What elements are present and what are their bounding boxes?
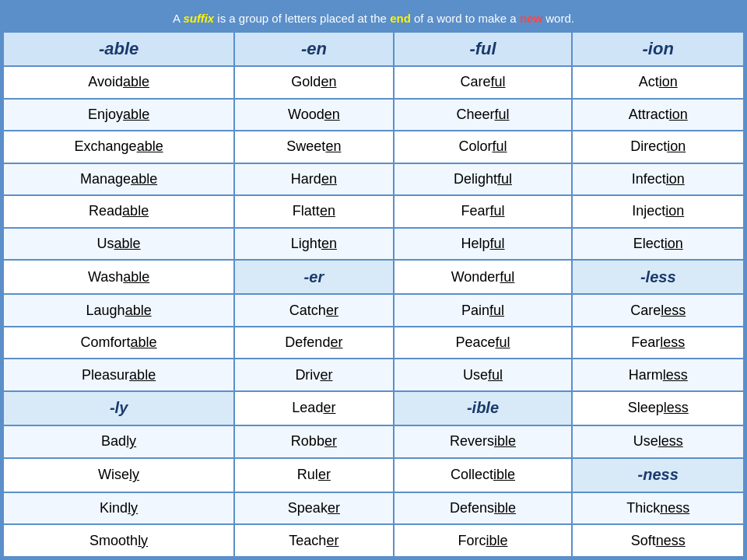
header-subtitle: A suffix is a group of letters placed at… [173, 12, 574, 25]
word-cell: Election [572, 228, 744, 261]
col-ful: -ful [394, 32, 573, 66]
word-cell: Thickness [572, 492, 744, 525]
word-cell: Colorful [394, 131, 573, 163]
word-cell: Careless [572, 294, 744, 327]
word-cell: -ness [572, 458, 744, 492]
word-cell: Attraction [572, 99, 744, 131]
word-cell: Pleasurable [3, 359, 234, 391]
word-cell: Catcher [234, 294, 393, 327]
word-cell: Readable [3, 195, 234, 228]
word-cell: Robber [234, 425, 393, 458]
word-cell: Wisely [3, 458, 234, 492]
word-cell: Defender [234, 327, 393, 359]
word-cell: Speaker [234, 492, 393, 525]
table-row: UsableLightenHelpfulElection [3, 228, 744, 261]
table-row: BadlyRobberReversibleUseless [3, 425, 744, 458]
word-cell: Enjoyable [3, 99, 234, 131]
suffix-table: -able -en -ful -ion AvoidableGoldenCaref… [2, 31, 745, 558]
word-cell: Helpful [394, 228, 573, 261]
word-cell: Cheerful [394, 99, 573, 131]
table-row: Washable-erWonderful-less [3, 260, 744, 294]
word-cell: Usable [3, 228, 234, 261]
word-cell: Reversible [394, 425, 573, 458]
word-cell: Collectible [394, 458, 573, 492]
word-cell: -less [572, 260, 744, 294]
table-row: LaughableCatcherPainfulCareless [3, 294, 744, 327]
word-cell: Wooden [234, 99, 393, 131]
word-cell: Sleepless [572, 391, 744, 425]
word-cell: Delightful [394, 163, 573, 196]
word-cell: Careful [394, 66, 573, 99]
word-cell: Leader [234, 391, 393, 425]
word-cell: Painful [394, 294, 573, 327]
word-cell: Exchangeable [3, 131, 234, 163]
word-cell: Direction [572, 131, 744, 163]
word-cell: Injection [572, 195, 744, 228]
table-row: -lyLeader-ibleSleepless [3, 391, 744, 425]
word-cell: Defensible [394, 492, 573, 525]
word-cell: Lighten [234, 228, 393, 261]
word-cell: Kindly [3, 492, 234, 525]
table-row: EnjoyableWoodenCheerfulAttraction [3, 99, 744, 131]
word-cell: Softness [572, 524, 744, 557]
table-row: ManageableHardenDelightfulInfection [3, 163, 744, 196]
table-row: ExchangeableSweetenColorfulDirection [3, 131, 744, 163]
word-cell: Golden [234, 66, 393, 99]
word-cell: Harmless [572, 359, 744, 391]
table-row: AvoidableGoldenCarefulAction [3, 66, 744, 99]
col-able: -able [3, 32, 234, 66]
word-cell: Manageable [3, 163, 234, 196]
word-cell: Useless [572, 425, 744, 458]
word-cell: Fearful [394, 195, 573, 228]
word-cell: Avoidable [3, 66, 234, 99]
word-cell: Infection [572, 163, 744, 196]
word-cell: Ruler [234, 458, 393, 492]
word-cell: Driver [234, 359, 393, 391]
table-header-row: -able -en -ful -ion [3, 32, 744, 66]
word-cell: Useful [394, 359, 573, 391]
table-row: WiselyRulerCollectible-ness [3, 458, 744, 492]
table-row: PleasurableDriverUsefulHarmless [3, 359, 744, 391]
table-container: -able -en -ful -ion AvoidableGoldenCaref… [2, 31, 745, 558]
word-cell: Washable [3, 260, 234, 294]
word-cell: Smoothly [3, 524, 234, 557]
word-cell: Comfortable [3, 327, 234, 359]
word-cell: Sweeten [234, 131, 393, 163]
word-cell: -ible [394, 391, 573, 425]
table-row: SmoothlyTeacherForcibleSoftness [3, 524, 744, 557]
word-cell: Flatten [234, 195, 393, 228]
header: A suffix is a group of letters placed at… [2, 2, 745, 31]
word-cell: Forcible [394, 524, 573, 557]
col-en: -en [234, 32, 393, 66]
table-row: KindlySpeakerDefensibleThickness [3, 492, 744, 525]
word-cell: Peaceful [394, 327, 573, 359]
word-cell: -ly [3, 391, 234, 425]
table-row: ReadableFlattenFearfulInjection [3, 195, 744, 228]
word-cell: Action [572, 66, 744, 99]
word-cell: Teacher [234, 524, 393, 557]
word-cell: Laughable [3, 294, 234, 327]
word-cell: Badly [3, 425, 234, 458]
word-cell: -er [234, 260, 393, 294]
col-ion: -ion [572, 32, 744, 66]
word-cell: Wonderful [394, 260, 573, 294]
word-cell: Harden [234, 163, 393, 196]
word-cell: Fearless [572, 327, 744, 359]
table-row: ComfortableDefenderPeacefulFearless [3, 327, 744, 359]
